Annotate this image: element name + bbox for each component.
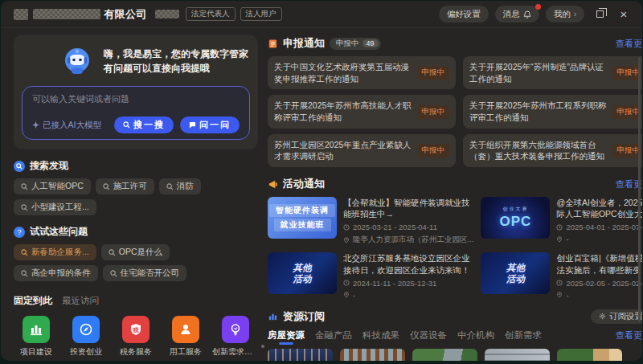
notice-card[interactable]: 关于开展2025年苏州市工程系列职称评审工作的通知 申报中 <box>463 95 642 128</box>
chip-label: 高企申报的条件 <box>31 268 91 279</box>
chip-label: 住宅能否开公司 <box>121 268 180 279</box>
event-location: - <box>353 291 355 300</box>
left-column: 嗨，我是易宝，您的专属数字管家 有问题可以直接向我提哦 可以输入关键词或者问题 … <box>1 28 263 361</box>
notice-text: 关于组织开展第六批能源领域首台（套）重大技术装备申报工作的通知 <box>469 139 607 162</box>
discover-chip[interactable]: 人工智能OPC <box>14 178 91 194</box>
declare-more-link[interactable]: 查看更多 <box>616 38 642 50</box>
status-tag: 申报中 <box>417 105 450 119</box>
tab-tech-achievements[interactable]: 科技成果 <box>362 329 399 342</box>
event-thumbnail: 智能硬件装调 就业技能班 <box>268 197 337 239</box>
resource-card[interactable]: 6-9A0 <box>268 349 333 361</box>
ask-input-box[interactable]: 可以输入关键词或者问题 已接入AI大模型 搜一搜 <box>22 86 250 140</box>
tab-instruments[interactable]: 仪器设备 <box>410 329 447 342</box>
question-chip[interactable]: 住宅能否开公司 <box>103 265 187 281</box>
event-date: 2025-04-01 - 2025-07-31 <box>566 223 642 231</box>
property-photo <box>485 349 550 361</box>
search-icon <box>123 121 130 129</box>
search-button[interactable]: 搜一搜 <box>114 117 174 133</box>
preferences-button[interactable]: 偏好设置 <box>439 6 489 22</box>
resource-cards: 6-9A0 桑田岛科创园2号楼409室 56文创园，通园路，办公，95-1800… <box>268 349 642 361</box>
event-date: 2025-02-05 - 2025-02-05 <box>566 279 642 288</box>
event-card[interactable]: 创业大赛 OPC @全球AI创业者，2025国际人工智能OPC创业大赛报名通道开… <box>481 197 642 245</box>
activity-notice-icon <box>268 179 278 190</box>
event-thumbnail: 其他活动 <box>268 252 337 294</box>
chip-label: 施工许可 <box>113 181 147 192</box>
notice-text: 关于中国文化艺术政府奖第五届动漫奖申报推荐工作的通知 <box>274 61 412 84</box>
tab-innovation[interactable]: 创新需求 <box>505 329 542 342</box>
discover-chip[interactable]: 消防 <box>159 178 201 194</box>
app-invest-startup[interactable]: 投资创业 <box>63 316 109 358</box>
resource-card[interactable]: 富华科技大厦，崇文路，办公，1340平 <box>485 349 550 361</box>
event-location: - <box>566 291 568 300</box>
assistant-panel: 嗨，我是易宝，您的专属数字管家 有问题可以直接向我提哦 可以输入关键词或者问题 … <box>14 35 258 149</box>
event-card[interactable]: 智能硬件装调 就业技能班 【会帮就业】智能硬件装调就业技能班招生中→ 2025-… <box>268 197 473 245</box>
event-card[interactable]: 其他活动 创业百宝箱|《新增值税法实施后，有哪些新变化值得关注》 2025-02… <box>481 252 642 299</box>
right-column: 申报通知 申报中 49 查看更多 关于中国文化艺术政府奖第五届动漫奖申报推荐工作… <box>263 28 642 361</box>
thumb-text: 创业大赛 <box>502 206 528 213</box>
discover-chips: 人工智能OPC 施工许可 消防 小型建设工程... <box>14 178 258 215</box>
event-thumbnail: 创业大赛 OPC <box>481 197 550 239</box>
notice-card[interactable]: 关于开展2025年苏州市高技能人才职称评审工作的通知 申报中 <box>268 95 456 128</box>
event-grid: 智能硬件装调 就业技能班 【会帮就业】智能硬件装调就业技能班招生中→ 2025-… <box>268 197 642 300</box>
search-discover-title: 搜索发现 <box>30 159 68 173</box>
search-discover-icon <box>14 161 25 172</box>
questions-icon: ? <box>14 227 25 238</box>
app-innovation-demand[interactable]: 创新需求服务 <box>213 316 258 358</box>
resource-card[interactable]: 桑田岛科创园2号楼409室 <box>340 349 405 361</box>
discover-chip[interactable]: 施工许可 <box>96 178 154 194</box>
event-date: 2024-11-11 - 2025-12-31 <box>353 279 436 288</box>
app-employment-service[interactable]: 用工服务 <box>163 316 208 358</box>
notice-text: 苏州工业园区2025年重点产业紧缺人才需求调研启动 <box>274 139 412 162</box>
resource-more-link[interactable]: 查看更多 <box>616 329 642 342</box>
resource-card[interactable]: 蒲公英孵化器，苏州国际科技园五期，... <box>557 349 622 361</box>
person-name-redacted <box>155 10 179 18</box>
my-menu-button[interactable]: 我的 › <box>546 6 584 22</box>
notice-card[interactable]: 关于开展2025年“苏州制造”品牌认证工作的通知 申报中 <box>463 56 642 89</box>
unread-dot <box>535 4 541 10</box>
subscribe-settings-button[interactable]: 订阅设置 <box>591 309 642 324</box>
tab-finance[interactable]: 金融产品 <box>315 329 352 342</box>
chip-label: 人工智能OPC <box>31 181 84 192</box>
question-chip[interactable]: 高企申报的条件 <box>14 265 98 281</box>
restore-icon <box>596 10 604 18</box>
questions-title: 试试这些问题 <box>30 225 88 239</box>
vertical-scrollbar[interactable] <box>638 57 641 322</box>
status-tag: 申报中 <box>417 144 450 157</box>
discover-chip[interactable]: 小型建设工程... <box>14 199 96 215</box>
app-label: 创新需求服务 <box>212 346 259 358</box>
sparkle-icon <box>32 121 39 129</box>
dock-tab-pinned[interactable]: 固定到此 <box>14 294 52 308</box>
app-project-construction[interactable]: 项目建设 <box>14 316 59 358</box>
gear-icon <box>599 313 606 320</box>
preferences-label: 偏好设置 <box>447 9 481 20</box>
badge-label: 申报中 <box>336 39 359 49</box>
tab-housing[interactable]: 房屋资源 <box>268 329 305 342</box>
ask-button[interactable]: 问一问 <box>180 117 240 133</box>
close-window-button[interactable]: × <box>615 6 633 23</box>
app-label: 项目建设 <box>20 346 52 358</box>
restore-window-button[interactable] <box>591 6 608 23</box>
bulb-icon <box>222 316 249 343</box>
badge-legal-representative: 法定代表人 <box>186 7 235 21</box>
notice-card[interactable]: 关于中国文化艺术政府奖第五届动漫奖申报推荐工作的通知 申报中 <box>268 56 456 89</box>
chip-label: OPC是什么 <box>119 247 162 258</box>
compass-icon <box>72 316 100 343</box>
notice-text: 关于开展2025年“苏州制造”品牌认证工作的通知 <box>469 61 607 84</box>
tab-agencies[interactable]: 中介机构 <box>457 329 494 342</box>
notice-card[interactable]: 关于组织开展第六批能源领域首台（套）重大技术装备申报工作的通知 申报中 <box>463 134 642 167</box>
app-tax-service[interactable]: 税 税务服务 <box>113 316 158 358</box>
event-card[interactable]: 其他活动 北交所江苏服务基地设立园区企业接待日，欢迎园区企业来访来询！ 2024… <box>268 252 473 299</box>
dock-tab-recent[interactable]: 最近访问 <box>62 295 99 307</box>
event-title: @全球AI创业者，2025国际人工智能OPC创业大赛报名通道开启 <box>556 197 642 219</box>
property-photo <box>268 349 333 361</box>
titlebar: 有限公司 法定代表人 法人用户 偏好设置 消息 我的 › × <box>1 1 642 28</box>
resource-card[interactable]: 56文创园，通园路，办公，95-1800平 <box>412 349 477 361</box>
property-photo <box>412 349 477 361</box>
event-date: 2025-03-21 - 2025-04-11 <box>353 223 437 231</box>
ai-model-note-text: 已接入AI大模型 <box>43 120 101 131</box>
notice-card[interactable]: 苏州工业园区2025年重点产业紧缺人才需求调研启动 申报中 <box>268 134 456 167</box>
question-chip[interactable]: OPC是什么 <box>101 244 170 260</box>
messages-button[interactable]: 消息 <box>495 6 539 22</box>
thumb-text: 就业技能班 <box>274 219 331 231</box>
question-chip-highlighted[interactable]: 新春助企服务... <box>14 244 96 260</box>
